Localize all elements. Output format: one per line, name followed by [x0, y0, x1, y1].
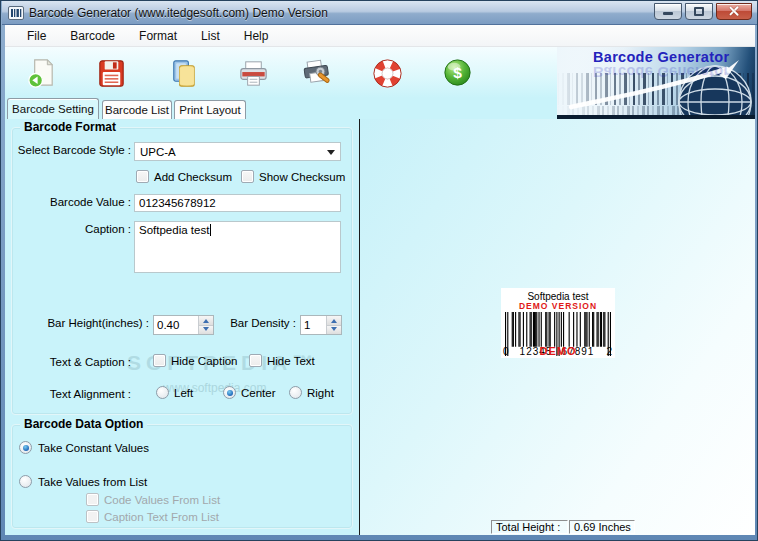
tab-bar: Barcode Setting Barcode List Print Layou… — [5, 98, 557, 119]
purchase-button[interactable]: $ — [437, 53, 477, 93]
print-icon — [236, 56, 271, 91]
caption-text: Softpedia test — [139, 224, 209, 236]
barcode-value-label: Barcode Value : — [5, 196, 131, 208]
copy-icon — [166, 56, 201, 91]
logo-banner: Barcode Generator Barcode Generator — [557, 47, 755, 119]
code-values-from-list-label: Code Values From List — [104, 494, 220, 506]
total-height-label: Total Height : — [496, 521, 560, 533]
logo-title-reflection: Barcode Generator — [593, 64, 729, 80]
close-icon — [728, 5, 740, 17]
save-button[interactable] — [91, 53, 131, 93]
barcode-preview: Softpedia test DEMO VERSION 0 12345 6789… — [501, 288, 615, 358]
barcode-style-dropdown[interactable]: UPC-A — [134, 142, 341, 161]
chevron-down-icon — [327, 150, 335, 159]
total-height-value: 0.69 Inches — [574, 521, 631, 533]
window-title: Barcode Generator (www.itedgesoft.com) D… — [29, 6, 328, 20]
copy-button[interactable] — [163, 53, 203, 93]
hide-text-checkbox[interactable] — [249, 354, 262, 367]
take-values-from-list-label: Take Values from List — [38, 476, 147, 488]
purchase-icon: $ — [440, 56, 475, 91]
barcode-format-group-title: Barcode Format — [20, 120, 120, 134]
align-center-label: Center — [241, 387, 276, 399]
client-area: File Barcode Format List Help — [5, 25, 755, 535]
digit-group: 2 — [606, 346, 613, 357]
bar-density-input[interactable] — [301, 316, 326, 334]
maximize-button[interactable] — [685, 3, 713, 20]
new-document-icon — [24, 56, 59, 91]
barcode-style-value: UPC-A — [140, 146, 176, 158]
text-cursor — [210, 224, 211, 236]
menu-list[interactable]: List — [189, 27, 232, 45]
preview-panel: Softpedia test DEMO VERSION 0 12345 6789… — [360, 119, 755, 535]
window-controls — [654, 3, 752, 20]
add-checksum-label: Add Checksum — [154, 171, 232, 183]
code-values-from-list-checkbox — [86, 493, 99, 506]
barcode-data-option-group-title: Barcode Data Option — [20, 417, 147, 431]
bar-height-label: Bar Height(inches) : — [5, 317, 149, 329]
hide-text-label: Hide Text — [267, 355, 315, 367]
menu-bar: File Barcode Format List Help — [5, 25, 755, 47]
print-button[interactable] — [233, 53, 273, 93]
print-setup-button[interactable] — [297, 53, 337, 93]
align-center-radio[interactable] — [223, 386, 236, 399]
menu-barcode[interactable]: Barcode — [58, 27, 127, 45]
menu-help[interactable]: Help — [232, 27, 281, 45]
demo-overlay: DEMO — [540, 346, 577, 357]
caption-text-from-list-label: Caption Text From List — [104, 511, 219, 523]
total-height-label-panel: Total Height : — [491, 520, 568, 534]
take-values-from-list-radio[interactable] — [19, 475, 32, 488]
app-window: Barcode Generator (www.itedgesoft.com) D… — [0, 0, 758, 541]
text-alignment-label: Text Alignment : — [5, 388, 131, 400]
minimize-icon — [663, 12, 673, 15]
print-setup-icon — [300, 56, 335, 91]
main-area: SOFTPEDIA™ www.softpedia.com Barcode For… — [5, 119, 755, 535]
caption-textarea[interactable]: Softpedia test — [134, 221, 341, 273]
app-icon — [8, 6, 24, 20]
svg-text:$: $ — [453, 64, 462, 81]
hide-caption-label: Hide Caption — [171, 355, 237, 367]
spin-up-icon[interactable] — [327, 316, 341, 326]
align-left-radio[interactable] — [156, 386, 169, 399]
digit-group: 0 — [503, 346, 510, 357]
select-style-label: Select Barcode Style : — [5, 144, 131, 156]
tab-barcode-setting[interactable]: Barcode Setting — [7, 98, 99, 119]
demo-version-banner: DEMO VERSION — [501, 302, 615, 311]
align-right-label: Right — [307, 387, 334, 399]
bar-density-label: Bar Density : — [205, 317, 296, 329]
bar-height-input[interactable] — [154, 316, 198, 334]
menu-file[interactable]: File — [15, 27, 58, 45]
caption-label: Caption : — [5, 223, 131, 235]
total-height-value-panel: 0.69 Inches — [569, 520, 635, 534]
new-document-button[interactable] — [21, 53, 61, 93]
logo-title: Barcode Generator — [593, 49, 729, 65]
barcode-digits: 0 12345 67891 2 DEMO — [501, 346, 615, 357]
take-constant-values-label: Take Constant Values — [38, 442, 149, 454]
take-constant-values-radio[interactable] — [19, 441, 32, 454]
bar-density-spin-buttons — [326, 316, 341, 334]
bar-density-stepper[interactable] — [300, 315, 342, 335]
tab-print-layout[interactable]: Print Layout — [174, 100, 246, 119]
minimize-button[interactable] — [654, 3, 682, 20]
barcode-value-input[interactable] — [134, 194, 341, 212]
title-bar[interactable]: Barcode Generator (www.itedgesoft.com) D… — [2, 1, 758, 25]
menu-format[interactable]: Format — [127, 27, 189, 45]
align-left-label: Left — [174, 387, 193, 399]
align-right-radio[interactable] — [289, 386, 302, 399]
caption-text-from-list-checkbox — [86, 510, 99, 523]
help-button[interactable] — [367, 53, 407, 93]
tab-barcode-list[interactable]: Barcode List — [102, 100, 172, 119]
save-icon — [94, 56, 129, 91]
text-caption-label: Text & Caption : — [5, 356, 131, 368]
show-checksum-checkbox[interactable] — [241, 170, 254, 183]
maximize-icon — [694, 7, 704, 16]
add-checksum-checkbox[interactable] — [136, 170, 149, 183]
show-checksum-label: Show Checksum — [259, 171, 345, 183]
spin-down-icon[interactable] — [327, 326, 341, 335]
help-icon — [370, 56, 405, 91]
close-button[interactable] — [716, 3, 752, 20]
hide-caption-checkbox[interactable] — [153, 354, 166, 367]
